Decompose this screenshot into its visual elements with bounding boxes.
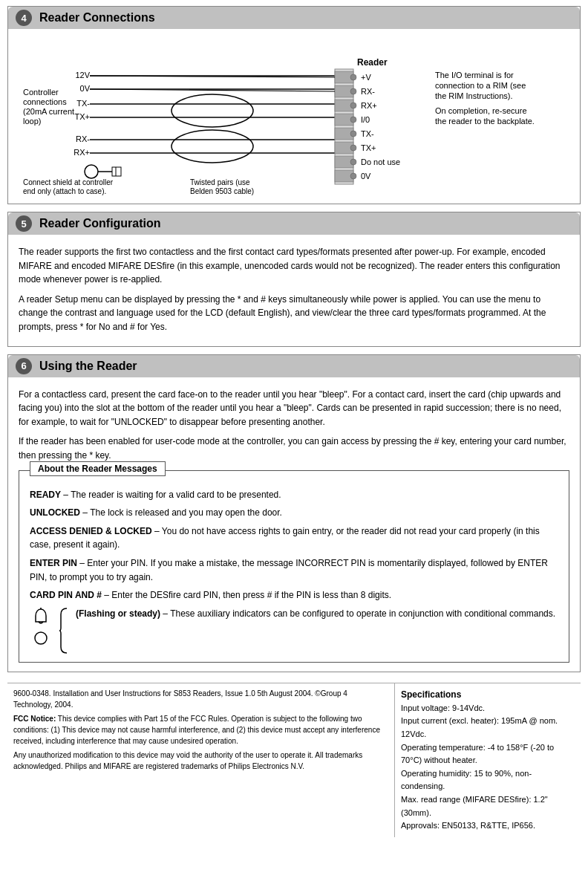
svg-text:loop): loop)	[23, 117, 41, 126]
bell-text: (Flashing or steady) – These auxiliary i…	[76, 607, 558, 621]
svg-text:RX-: RX-	[76, 134, 90, 143]
messages-box: About the Reader Messages READY – The re…	[19, 470, 569, 663]
svg-text:Twisted pairs (use: Twisted pairs (use	[190, 178, 250, 186]
section5-header: 5 Reader Configuration	[8, 212, 580, 235]
footer-spec-voltage: Input voltage: 9-14Vdc.	[401, 702, 575, 715]
section6-content: For a contactless card, present the card…	[8, 382, 580, 672]
footer-specs-title: Specifications	[401, 688, 575, 702]
footer-spec-approvals: Approvals: EN50133, R&TTE, IP656.	[401, 819, 575, 833]
svg-text:RX+: RX+	[361, 101, 377, 110]
brace-icon	[58, 607, 70, 654]
message-unlocked-key: UNLOCKED	[30, 507, 80, 518]
message-card-pin-key: CARD PIN AND #	[30, 590, 102, 600]
flashing-steady-key: (Flashing or steady)	[76, 608, 160, 619]
svg-text:Belden 9503 cable): Belden 9503 cable)	[190, 187, 254, 195]
svg-text:0V: 0V	[361, 172, 371, 181]
section5-number: 5	[16, 215, 32, 232]
section6-title: Using the Reader	[39, 360, 137, 373]
footer-right: Specifications Input voltage: 9-14Vdc. I…	[395, 683, 581, 837]
messages-box-container: About the Reader Messages READY – The re…	[19, 470, 569, 663]
svg-point-14	[172, 94, 253, 127]
section5-para1: The reader supports the first two contac…	[19, 245, 569, 287]
svg-text:TX-: TX-	[361, 129, 374, 138]
svg-point-37	[350, 88, 356, 94]
bell-icons	[30, 607, 52, 646]
svg-text:I/0: I/0	[361, 115, 370, 124]
svg-rect-20	[112, 167, 121, 176]
svg-point-18	[85, 165, 98, 178]
section6-header: 6 Using the Reader	[8, 355, 580, 377]
message-unlocked: UNLOCKED – The lock is released and you …	[30, 506, 558, 520]
message-card-pin-sep: –	[102, 590, 111, 600]
svg-text:TX+: TX+	[75, 112, 90, 121]
svg-point-38	[350, 103, 356, 108]
bell-icon	[30, 607, 51, 628]
footer-trademark: Any unauthorized modification to this de…	[13, 750, 388, 772]
message-ready: READY – The reader is waiting for a vali…	[30, 488, 558, 502]
svg-text:connections: connections	[23, 97, 67, 106]
section6-number: 6	[16, 358, 32, 374]
section4-header: 4 Reader Connections	[8, 7, 580, 29]
svg-text:Reader: Reader	[357, 57, 388, 68]
svg-point-60	[35, 632, 47, 644]
footer-trademark-text: Any unauthorized modification to this de…	[13, 751, 362, 770]
section6-para1: For a contactless card, present the card…	[19, 388, 569, 429]
section6-para2: If the reader has been enabled for user-…	[19, 435, 569, 462]
connections-diagram-svg: Controller connections (20mA current loo…	[16, 39, 580, 195]
section5-title: Reader Configuration	[39, 217, 161, 230]
message-card-pin-text: Enter the DESfire card PIN, then press #…	[111, 590, 391, 600]
footer-spec-range: Max. read range (MIFARE DESfire): 1.2" (…	[401, 793, 575, 819]
message-enter-pin-text: Enter your PIN. If you make a mistake, t…	[30, 558, 548, 582]
svg-text:The I/O terminal is for: The I/O terminal is for	[435, 71, 514, 79]
message-enter-pin-key: ENTER PIN	[30, 558, 77, 568]
svg-text:the RIM Instructions).: the RIM Instructions).	[435, 91, 513, 100]
indicator-icon	[33, 631, 48, 646]
footer-fcc: FCC Notice: This device complies with Pa…	[13, 713, 388, 747]
svg-text:+V: +V	[361, 73, 371, 82]
footer-spec-temp: Operating temperature: -4 to 158°F (-20 …	[401, 741, 575, 767]
section6-using-reader: 6 Using the Reader For a contactless car…	[7, 354, 581, 672]
section4-title: Reader Connections	[39, 11, 155, 25]
message-enter-pin-sep: –	[77, 558, 87, 568]
svg-point-42	[350, 159, 356, 165]
section5-reader-configuration: 5 Reader Configuration The reader suppor…	[7, 212, 581, 347]
svg-point-39	[350, 117, 356, 123]
section4-content: Controller connections (20mA current loo…	[8, 33, 580, 204]
message-access-denied: ACCESS DENIED & LOCKED – You do not have…	[30, 524, 558, 552]
message-unlocked-text: The lock is released and you may open th…	[90, 507, 282, 518]
message-ready-text: The reader is waiting for a valid card t…	[71, 490, 281, 500]
message-card-pin: CARD PIN AND # – Enter the DESfire card …	[30, 588, 558, 602]
section5-content: The reader supports the first two contac…	[8, 239, 580, 346]
svg-text:RX+: RX+	[74, 148, 90, 157]
message-unlocked-sep: –	[80, 507, 90, 518]
svg-text:12V: 12V	[75, 71, 90, 79]
footer-fcc-text: This device complies with Part 15 of the…	[13, 715, 380, 745]
section4-reader-connections: 4 Reader Connections Controller connecti…	[7, 6, 581, 204]
svg-text:RX-: RX-	[361, 87, 375, 96]
message-ready-key: READY	[30, 490, 61, 500]
page: 4 Reader Connections Controller connecti…	[0, 0, 588, 884]
flashing-steady-text: – These auxiliary indicators can be conf…	[160, 608, 555, 619]
message-access-denied-sep: –	[152, 526, 162, 536]
svg-text:Controller: Controller	[23, 88, 59, 97]
svg-text:On completion, re-secure: On completion, re-secure	[435, 106, 527, 115]
footer-doc-info: 9600-0348. Installation and User Instruc…	[13, 688, 388, 710]
bell-row: (Flashing or steady) – These auxiliary i…	[30, 607, 558, 654]
footer-spec-humidity: Operating humidity: 15 to 90%, non-conde…	[401, 767, 575, 793]
footer: 9600-0348. Installation and User Instruc…	[7, 683, 581, 837]
svg-text:0V: 0V	[80, 84, 91, 93]
message-ready-sep: –	[61, 490, 71, 500]
svg-point-17	[172, 130, 253, 163]
svg-text:the reader to the backplate.: the reader to the backplate.	[435, 117, 535, 126]
svg-point-40	[350, 131, 356, 137]
footer-spec-current: Input current (excl. heater): 195mA @ no…	[401, 715, 575, 741]
footer-fcc-notice-bold: FCC Notice:	[13, 715, 56, 723]
footer-left: 9600-0348. Installation and User Instruc…	[7, 683, 395, 837]
message-enter-pin: ENTER PIN – Enter your PIN. If you make …	[30, 556, 558, 584]
svg-text:end only (attach to case).: end only (attach to case).	[23, 187, 106, 195]
svg-point-36	[350, 74, 356, 80]
svg-text:Do not use: Do not use	[361, 157, 400, 166]
svg-text:TX+: TX+	[361, 143, 376, 152]
svg-text:Connect shield at controller: Connect shield at controller	[23, 178, 114, 186]
footer-doc-line1: 9600-0348. Installation and User Instruc…	[13, 689, 347, 709]
